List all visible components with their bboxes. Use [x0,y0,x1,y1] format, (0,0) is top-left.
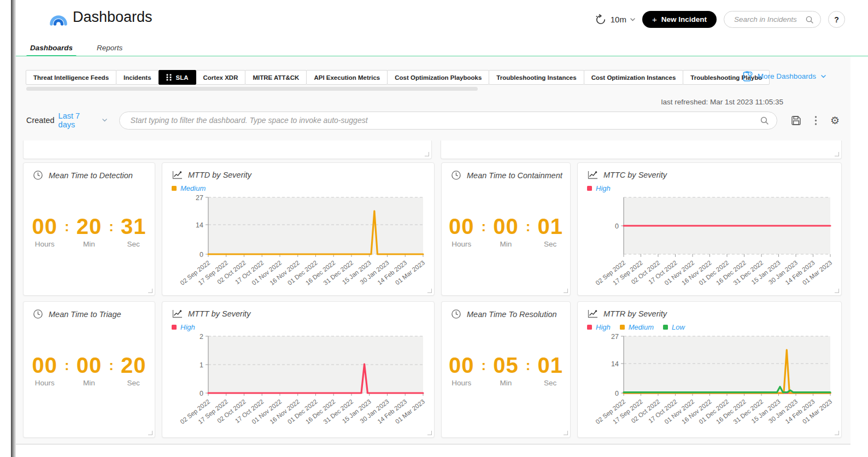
dashboard-tab-label: Cost Optimization Playbooks [395,74,482,81]
dashboard-tab-cost-optimization-instances[interactable]: Cost Optimization Instances [584,70,684,85]
time-unit-label: Sec [127,240,140,248]
tab-reports[interactable]: Reports [97,44,122,57]
widget-card-partial [441,140,842,159]
time-value-seconds: 31 [121,214,146,238]
line-chart-icon [587,170,598,180]
tab-dashboards[interactable]: Dashboards [30,44,73,57]
legend-item-low[interactable]: Low [663,323,685,331]
dashboard-tab-threat-intelligence-feeds[interactable]: Threat Intelligence Feeds [26,70,116,85]
resize-handle-icon[interactable] [148,289,153,293]
time-group-minutes: 00Min [77,353,102,387]
dashboard-filter-input[interactable] [130,115,760,125]
dashboard-tab-cost-optimization-playbooks[interactable]: Cost Optimization Playbooks [387,70,489,85]
legend-swatch [172,186,177,191]
svg-text:0: 0 [615,222,619,230]
widget-title-row: MTTR by Severity [578,302,841,319]
refresh-interval-control[interactable]: 10m [595,14,635,26]
resize-handle-icon[interactable] [564,289,568,293]
dashboard-tab-troubleshooting-instances[interactable]: Troubleshooting Instances [489,70,584,85]
resize-handle-icon[interactable] [564,431,568,435]
resize-handle-icon[interactable] [835,289,839,293]
time-value-hours: 00 [32,353,58,377]
help-button[interactable]: ? [828,11,845,28]
widget-title: Mean Time to Triage [49,310,121,319]
svg-text:02 Sep 2022: 02 Sep 2022 [179,398,211,425]
line-chart-icon [172,170,183,180]
legend-item-high[interactable]: High [587,323,611,331]
kebab-menu-icon[interactable] [814,115,817,126]
widget-title: Mean Time To Resolution [467,310,557,319]
time-value-seconds: 01 [537,353,563,377]
time-colon: : [109,353,114,377]
incident-search-input[interactable] [733,15,805,24]
chart-legend: Medium [162,180,434,192]
legend-item-high[interactable]: High [587,184,611,192]
dashboard-tab-incidents[interactable]: Incidents [116,70,159,85]
time-group-hours: 00Hours [32,214,58,248]
clock-icon [451,309,461,319]
time-display: 00Hours:00Min:20Sec [24,353,155,387]
dashboard-tab-label: MITRE ATT&CK [253,74,299,81]
time-group-seconds: 31Sec [121,214,146,248]
cortex-logo-icon [48,9,68,28]
legend-item-medium[interactable]: Medium [620,323,654,331]
save-icon[interactable] [791,115,801,126]
kpi-card-mean-time-to-containment: Mean Time to Containment00Hours:00Min:01… [441,162,571,296]
dashboard-tab-sla[interactable]: SLA [159,70,196,85]
line-chart: 0142702 Sep 202217 Sep 202202 Oct 202217… [584,333,836,438]
created-range-dropdown[interactable]: Last 7 days [58,112,107,129]
legend-item-high[interactable]: High [172,323,195,331]
time-group-minutes: 05Min [493,353,519,387]
dashboard-tab-api-execution-metrics[interactable]: API Execution Metrics [306,70,388,85]
legend-item-medium[interactable]: Medium [172,184,206,192]
time-unit-label: Hours [35,379,55,387]
time-value-minutes: 00 [77,353,102,377]
clock-icon [451,170,461,180]
chevron-down-icon [630,18,635,21]
resize-handle-icon[interactable] [427,431,432,435]
svg-text:0: 0 [200,390,203,397]
chart-area: 002 Sep 202217 Sep 202202 Oct 202217 Oct… [578,195,841,302]
search-icon[interactable] [760,116,769,125]
resize-handle-icon[interactable] [835,152,839,156]
new-incident-button[interactable]: + New Incident [642,11,717,28]
time-colon: : [109,214,114,238]
resize-handle-icon[interactable] [425,152,429,156]
dashboard-tab-label: Troubleshooting Instances [496,74,576,81]
dashboard-tab-label: SLA [176,74,189,81]
time-value-seconds: 01 [537,214,563,238]
time-unit-label: Hours [451,379,471,387]
tab-strip-scrollbar[interactable] [26,87,478,91]
chart-card-mttr-by-severity: MTTR by SeverityHighMediumLow0142702 Sep… [577,301,842,438]
dashboard-tab-label: Cost Optimization Instances [591,74,676,81]
widget-title: MTTT by Severity [188,309,250,318]
clock-icon [33,309,43,319]
time-group-hours: 00Hours [449,353,474,387]
line-chart: 01202 Sep 202217 Sep 202202 Oct 202217 O… [169,333,429,438]
resize-handle-icon[interactable] [148,431,153,435]
dashboard-tab-cortex-xdr[interactable]: Cortex XDR [196,70,246,85]
chart-legend: HighMediumLow [578,319,841,331]
search-icon[interactable] [805,15,814,24]
widget-title-row: Mean Time to Detection [24,163,155,180]
resize-handle-icon[interactable] [427,289,432,293]
time-unit-label: Sec [544,240,556,248]
chart-legend: High [578,180,841,192]
dashboard-tab-strip: Threat Intelligence FeedsIncidentsSLACor… [26,70,770,85]
resize-handle-icon[interactable] [835,431,839,435]
gear-icon[interactable]: ⚙ [830,115,840,126]
time-unit-label: Sec [127,379,140,387]
time-value-hours: 00 [449,214,474,238]
time-unit-label: Hours [451,240,471,248]
dashboard-tab-mitre-att-ck[interactable]: MITRE ATT&CK [245,70,307,85]
dashboard-filter-box[interactable] [119,112,777,130]
svg-text:0: 0 [615,390,619,397]
widget-title-row: MTTT by Severity [162,302,434,319]
line-chart: 0142702 Sep 202217 Sep 202202 Oct 202217… [169,195,429,300]
plus-icon: + [652,15,657,24]
more-dashboards-button[interactable]: More Dashboards [743,71,826,82]
chart-card-mttt-by-severity: MTTT by SeverityHigh01202 Sep 202217 Sep… [162,301,435,438]
incident-search-box[interactable] [724,11,821,28]
more-dashboards-label: More Dashboards [758,72,816,80]
time-colon: : [482,214,486,238]
